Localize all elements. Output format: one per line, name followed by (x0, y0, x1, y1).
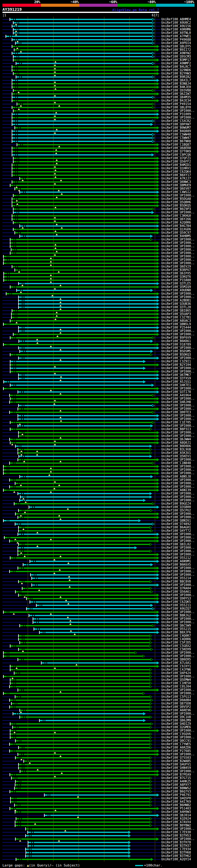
alignment-bar[interactable] (13, 56, 152, 57)
hit-label[interactable]: UniRef100_B2YI04 (161, 363, 191, 366)
alignment-bar[interactable] (12, 53, 152, 54)
hit-label[interactable]: UniRef100_C7E934 (161, 847, 191, 851)
alignment-bar[interactable] (4, 655, 142, 657)
hit-label[interactable]: UniRef100_B8RJG2 (161, 614, 191, 617)
hit-label[interactable]: UniRef100_Q90YS3 (161, 597, 191, 600)
alignment-bar[interactable] (15, 696, 150, 698)
alignment-bar[interactable] (4, 693, 142, 694)
alignment-bar[interactable] (4, 273, 157, 274)
alignment-bar[interactable] (10, 486, 157, 488)
hit-label[interactable]: UniRef100_B8XY17 (161, 173, 191, 177)
alignment-bar[interactable] (10, 19, 152, 20)
hit-label[interactable]: UniRef100_Q29ND6 (161, 68, 191, 72)
alignment-bar[interactable] (45, 795, 157, 796)
hit-label[interactable]: UniRef100_B3N8J4 (161, 82, 191, 85)
alignment-bar[interactable] (45, 815, 157, 816)
hit-label[interactable]: UniRef100_O74892 (161, 522, 191, 526)
hit-label[interactable]: UniRef100_UPI000.. (161, 736, 195, 739)
hit-label[interactable]: UniRef100_A6NI39 (161, 488, 191, 492)
hit-label[interactable]: UniRef100_UPI000.. (161, 356, 195, 360)
alignment-bar[interactable] (10, 286, 156, 287)
hit-label[interactable]: UniRef100_C0PCQ6 (161, 153, 191, 156)
hit-label[interactable]: UniRef100_A4HK25 (161, 780, 191, 783)
hit-label[interactable]: UniRef100_UPI000.. (161, 837, 195, 841)
alignment-bar[interactable] (4, 381, 143, 382)
hit-label[interactable]: UniRef100_P49688 (161, 38, 191, 41)
hit-label[interactable]: UniRef100_C6ZQK4 (161, 170, 191, 173)
hit-label[interactable]: UniRef100_UPI000.. (161, 295, 195, 299)
hit-label[interactable]: UniRef100_B3RPU7 (161, 268, 191, 272)
alignment-bar[interactable] (13, 110, 156, 112)
hit-label[interactable]: UniRef100_Q6NWC3 (161, 180, 191, 184)
hit-label[interactable]: UniRef100_C5KEH9 (161, 648, 191, 651)
hit-label[interactable]: UniRef100_Q0PXW7 (161, 123, 191, 126)
hit-label[interactable]: UniRef100_B3TH78 (161, 841, 191, 844)
hit-label[interactable]: UniRef100_P49154 (161, 102, 191, 105)
hit-label[interactable]: UniRef100_UPI000.. (161, 532, 195, 536)
alignment-bar[interactable] (13, 161, 156, 162)
hit-label[interactable]: UniRef100_A4H9W3 (161, 810, 191, 813)
alignment-bar[interactable] (16, 76, 152, 78)
hit-label[interactable]: UniRef100_B2WAB5 (161, 759, 191, 763)
alignment-bar[interactable] (10, 666, 156, 667)
alignment-bar[interactable] (16, 757, 150, 758)
alignment-bar[interactable] (10, 422, 152, 423)
hit-label[interactable]: UniRef100_P27685 (161, 749, 191, 752)
hit-label[interactable]: UniRef100_C5PJD5 (161, 641, 191, 644)
hit-label[interactable]: UniRef100_C5WW47 (161, 136, 191, 140)
alignment-row[interactable]: UniRef100_A2QYI4 (0, 858, 197, 861)
alignment-bar[interactable] (19, 544, 150, 545)
alignment-bar[interactable] (27, 598, 157, 599)
alignment-bar[interactable] (19, 435, 157, 437)
hit-label[interactable]: UniRef100_Q7RA04 (161, 587, 191, 590)
hit-label[interactable]: UniRef100_C4JFN6 (161, 668, 191, 671)
hit-label[interactable]: UniRef100_B8C8V8 (161, 580, 191, 583)
hit-label[interactable]: UniRef100_A1D924 (161, 817, 191, 820)
hit-label[interactable]: UniRef100_B6AGH1 (161, 526, 191, 529)
alignment-bar[interactable] (10, 774, 157, 775)
hit-label[interactable]: UniRef100_UPI000.. (161, 610, 195, 614)
alignment-bar[interactable] (6, 36, 152, 37)
hit-label[interactable]: UniRef100_UPI000.. (161, 620, 195, 624)
hit-label[interactable]: UniRef100_UPI000.. (161, 245, 195, 248)
hit-label[interactable]: UniRef100_C5WW48 (161, 133, 191, 136)
hit-label[interactable]: UniRef100_B4KJE0 (161, 85, 191, 89)
hit-label[interactable]: UniRef100_P46791 (161, 793, 191, 797)
alignment-bar[interactable] (12, 205, 157, 206)
hit-label[interactable]: UniRef100_C5XCR2 (161, 119, 191, 123)
alignment-bar[interactable] (13, 713, 143, 714)
hit-label[interactable]: UniRef100_A9TNL0 (161, 31, 191, 34)
hit-label[interactable]: UniRef100_A8HME4 (161, 18, 191, 21)
hit-label[interactable]: UniRef100_Q0V5P2 (161, 705, 191, 709)
alignment-bar[interactable] (10, 679, 149, 680)
alignment-bar[interactable] (16, 838, 156, 840)
hit-label[interactable]: UniRef100_A8N5J8 (161, 475, 191, 478)
hit-label[interactable]: UniRef100_UPI000.. (161, 512, 195, 516)
alignment-bar[interactable] (10, 730, 156, 731)
hit-label[interactable]: UniRef100_B5DGA8 (161, 197, 191, 200)
alignment-bar[interactable] (17, 144, 157, 145)
hit-label[interactable]: UniRef100_O55212 (161, 556, 191, 559)
alignment-bar[interactable] (18, 459, 157, 460)
alignment-bar[interactable] (10, 669, 149, 670)
alignment-bar[interactable] (18, 452, 150, 454)
hit-label[interactable]: UniRef100_UPI000.. (161, 712, 195, 715)
alignment-bar[interactable] (10, 337, 152, 338)
hit-label[interactable]: UniRef100_Q2GME6 (161, 725, 191, 729)
hit-label[interactable]: UniRef100_Q3TI78 (161, 390, 191, 394)
hit-label[interactable]: UniRef100_A6RZD6 (161, 746, 191, 749)
hit-label[interactable]: UniRef100_Q6IPX5 (161, 272, 191, 275)
hit-label[interactable]: UniRef100_UPI000.. (161, 651, 195, 654)
alignment-bar[interactable] (11, 801, 149, 802)
alignment-bar[interactable] (12, 151, 157, 152)
alignment-bar[interactable] (4, 323, 157, 325)
alignment-bar[interactable] (10, 364, 156, 366)
hit-label[interactable]: UniRef100_UPI000.. (161, 424, 195, 427)
hit-label[interactable]: UniRef100_Q84M35 (161, 95, 191, 99)
alignment-bar[interactable] (15, 232, 157, 234)
hit-label[interactable]: UniRef100_A8Q0J1 (161, 441, 191, 444)
alignment-bar[interactable] (16, 445, 150, 447)
hit-label[interactable]: UniRef100_P31009 (161, 113, 191, 116)
alignment-bar[interactable] (13, 212, 152, 213)
alignment-bar[interactable] (5, 537, 157, 538)
